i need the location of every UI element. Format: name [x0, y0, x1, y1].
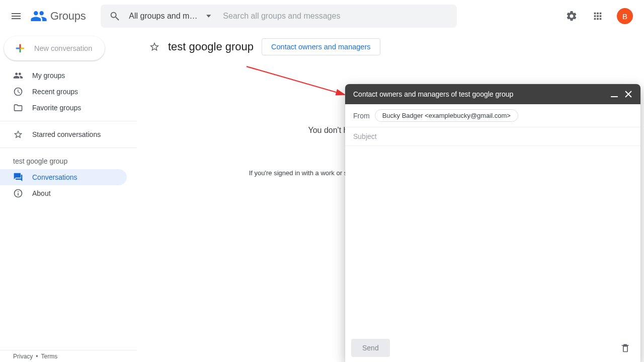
sidebar-item-favorite-groups[interactable]: Favorite groups [0, 100, 127, 116]
compose-header: Contact owners and managers of test goog… [345, 84, 640, 104]
search-button[interactable] [104, 5, 126, 27]
sidebar-item-my-groups[interactable]: My groups [0, 67, 127, 84]
info-icon [13, 188, 23, 198]
hamburger-icon [10, 10, 22, 22]
sidebar-item-label: Recent groups [32, 88, 78, 96]
sidebar-item-about[interactable]: About [0, 185, 127, 201]
compose-dialog: Contact owners and managers of test goog… [345, 84, 640, 362]
folder-star-icon [13, 103, 23, 113]
compose-body[interactable] [345, 146, 640, 334]
star-group-button[interactable] [149, 41, 160, 52]
svg-rect-1 [611, 96, 618, 97]
search-scope-dropdown[interactable]: All groups and mes… [126, 12, 214, 21]
divider [0, 121, 137, 121]
close-button[interactable] [621, 87, 635, 101]
star-outline-icon [149, 41, 160, 52]
plus-icon [13, 41, 27, 55]
send-button[interactable]: Send [351, 339, 390, 357]
footer-terms-link[interactable]: Terms [41, 353, 58, 360]
settings-button[interactable] [561, 6, 582, 26]
search-bar: All groups and mes… [101, 5, 457, 28]
product-name: Groups [50, 10, 86, 23]
sidebar-item-label: Conversations [32, 173, 77, 181]
compose-from-row: From Bucky Badger <examplebucky@gmail.co… [345, 104, 640, 127]
compose-title: Contact owners and managers of test goog… [353, 90, 607, 98]
search-icon [109, 11, 120, 22]
subject-input[interactable] [353, 132, 632, 140]
page-title: test google group [168, 40, 254, 53]
trash-icon [620, 343, 630, 353]
divider [0, 148, 137, 148]
avatar-initial: B [622, 12, 627, 21]
account-avatar[interactable]: B [617, 8, 633, 24]
header-actions: B [561, 6, 640, 26]
sidebar-group-name: test google group [0, 153, 137, 169]
footer-privacy-link[interactable]: Privacy [13, 353, 33, 360]
footer-separator: • [36, 353, 38, 360]
sidebar-item-label: Favorite groups [32, 104, 81, 112]
conversations-icon [13, 172, 23, 182]
sidebar: New conversation My groups Recent groups… [0, 32, 137, 362]
star-outline-icon [13, 129, 23, 139]
search-input[interactable] [214, 12, 454, 21]
dropdown-icon [206, 15, 211, 18]
minimize-button[interactable] [607, 87, 621, 101]
clock-icon [13, 87, 23, 97]
search-scope-label: All groups and mes… [129, 12, 201, 21]
compose-footer: Send [345, 334, 640, 362]
sidebar-item-label: My groups [32, 71, 65, 80]
sidebar-item-recent-groups[interactable]: Recent groups [0, 84, 127, 100]
main-menu-button[interactable] [4, 4, 28, 28]
groups-logo-icon [30, 8, 47, 25]
minimize-icon [611, 91, 618, 98]
product-logo[interactable]: Groups [30, 8, 86, 25]
sidebar-item-label: About [32, 189, 51, 197]
compose-subject-row [345, 127, 640, 146]
sidebar-item-starred[interactable]: Starred conversations [0, 126, 127, 142]
footer: Privacy • Terms [0, 350, 137, 362]
gear-icon [566, 10, 578, 22]
header: Groups All groups and mes… B [0, 0, 644, 32]
close-icon [625, 91, 632, 98]
discard-button[interactable] [616, 339, 634, 357]
new-conversation-label: New conversation [34, 44, 92, 52]
apps-grid-icon [592, 11, 603, 22]
page-title-row: test google group Contact owners and man… [149, 38, 632, 55]
new-conversation-button: New conversation [4, 36, 105, 60]
people-icon [13, 70, 23, 81]
from-chip[interactable]: Bucky Badger <examplebucky@gmail.com> [375, 109, 518, 122]
sidebar-item-conversations[interactable]: Conversations [0, 169, 127, 185]
contact-owners-button[interactable]: Contact owners and managers [262, 38, 380, 55]
apps-button[interactable] [588, 6, 608, 26]
from-label: From [353, 112, 370, 120]
sidebar-item-label: Starred conversations [32, 130, 101, 138]
